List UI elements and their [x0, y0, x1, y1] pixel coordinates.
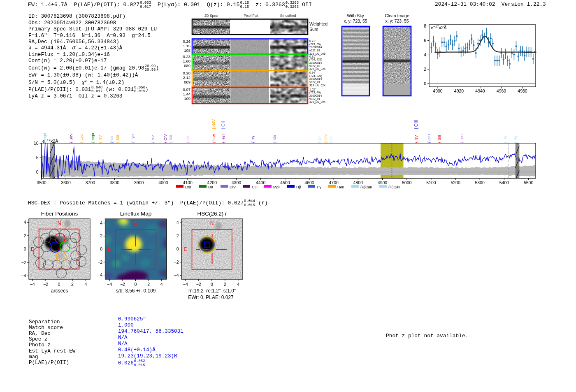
- svg-text:0: 0: [58, 282, 60, 287]
- svg-text:0: 0: [24, 246, 26, 251]
- svg-text:−4: −4: [30, 282, 35, 287]
- svg-text:2: 2: [177, 233, 179, 238]
- svg-text:0: 0: [211, 282, 213, 287]
- svg-text:4: 4: [237, 282, 239, 287]
- svg-text:−2: −2: [43, 282, 48, 287]
- svg-text:N: N: [134, 220, 138, 226]
- svg-text:2: 2: [24, 233, 26, 238]
- svg-text:4: 4: [85, 282, 87, 287]
- svg-text:0: 0: [177, 246, 179, 251]
- svg-text:0: 0: [100, 246, 102, 251]
- svg-text:−4: −4: [183, 282, 188, 287]
- svg-text:−2: −2: [21, 260, 26, 265]
- svg-text:N: N: [58, 220, 61, 226]
- svg-text:2: 2: [147, 282, 150, 287]
- svg-text:−2: −2: [98, 260, 102, 264]
- svg-text:E: E: [31, 246, 34, 252]
- svg-text:−2: −2: [174, 260, 179, 264]
- svg-text:4: 4: [24, 220, 26, 225]
- svg-text:2: 2: [224, 282, 226, 287]
- svg-text:E: E: [108, 246, 111, 252]
- svg-text:−4: −4: [107, 282, 112, 287]
- svg-text:EWr: 0, PLAE: 0.027: EWr: 0, PLAE: 0.027: [188, 295, 234, 300]
- svg-text:Fiber Positions: Fiber Positions: [41, 211, 78, 217]
- svg-text:−2: −2: [196, 282, 201, 287]
- svg-text:0: 0: [135, 282, 137, 287]
- svg-text:4: 4: [177, 220, 179, 225]
- svg-text:E: E: [183, 246, 187, 252]
- svg-text:−4: −4: [174, 273, 179, 278]
- svg-text:N: N: [210, 220, 214, 226]
- svg-text:2: 2: [71, 282, 74, 287]
- svg-text:Lineflux Map: Lineflux Map: [120, 211, 152, 217]
- svg-text:−2: −2: [120, 282, 125, 287]
- svg-text:2: 2: [100, 233, 102, 238]
- svg-text:4: 4: [160, 282, 163, 287]
- svg-text:4: 4: [100, 220, 102, 225]
- svg-text:−4: −4: [21, 273, 26, 278]
- svg-text:HSC(26.2) r: HSC(26.2) r: [197, 211, 227, 217]
- svg-text:s/b: 3.56 +/- 0.109: s/b: 3.56 +/- 0.109: [116, 288, 156, 294]
- svg-text:m:19.2 re:1.2" s:1.0": m:19.2 re:1.2" s:1.0": [188, 288, 236, 294]
- svg-text:arcsecs: arcsecs: [51, 288, 68, 294]
- svg-text:−4: −4: [98, 272, 102, 277]
